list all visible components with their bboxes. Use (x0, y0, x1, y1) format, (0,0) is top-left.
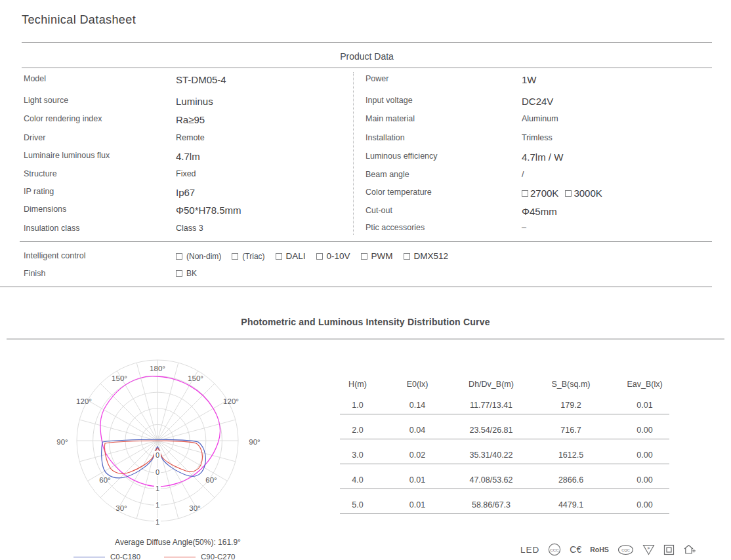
column-header: E0(lx) (384, 380, 451, 389)
photometric-table: H(m) E0(lx) Dh/Dv_B(m) S_B(sq.m) Eav_B(l… (331, 374, 679, 525)
rohs-label: RoHS (590, 546, 609, 553)
row-value: Aluminum (522, 114, 558, 123)
checkbox-icon[interactable] (276, 253, 282, 260)
datasheet-page: Techinical Datasheet Product Data Model … (0, 0, 731, 560)
svg-text:F: F (647, 546, 650, 550)
row-divider (340, 513, 669, 514)
column-header: Dh/Dv_B(m) (451, 380, 532, 389)
row-divider (340, 489, 669, 489)
row-label: Luminous efficiency (366, 151, 438, 161)
checkbox-icon[interactable] (232, 253, 238, 260)
cell: 0.01 (384, 500, 451, 510)
table-row: 3.0 0.02 35.31/40.22 1612.5 0.00 (331, 449, 679, 462)
control-options: (Non-dim) (Triac) DALI 0-10V PWM DMX512 (176, 251, 448, 261)
table-row: Cut-out Φ45mm (0, 206, 731, 220)
row-divider (340, 439, 669, 439)
option-label: DMX512 (414, 251, 449, 261)
row-label: Color temperature (366, 188, 432, 197)
cell: 0.01 (384, 475, 451, 485)
finish-row: Finish BK (0, 269, 731, 283)
control-option: (Triac) (232, 252, 264, 261)
row-label: Ptic accessories (366, 223, 425, 232)
legend-line-icon (73, 557, 105, 557)
checkbox-icon[interactable] (176, 253, 182, 260)
table-row: Power 1W (0, 74, 731, 89)
row-value: Trimless (522, 133, 553, 142)
checkbox-icon[interactable] (176, 270, 182, 277)
row-value: DC24V (522, 96, 553, 107)
chart-legend: C0-C180 C90-C270 (73, 553, 235, 560)
cqc-icon: CQC (617, 544, 634, 555)
table-row: Ptic accessories – (0, 223, 731, 237)
divider (22, 68, 712, 68)
cell: 0.00 (610, 426, 679, 435)
radial-tick-label: 1 (154, 518, 161, 526)
control-option: 0-10V (316, 251, 350, 261)
option-label: 2700K (530, 188, 558, 199)
page-title: Techinical Datasheet (22, 13, 136, 27)
row-label: Beam angle (366, 170, 409, 179)
color-temp-option: 3000K (565, 188, 602, 199)
row-label: Installation (366, 133, 405, 142)
row-label: Power (366, 74, 388, 83)
legend-line-icon (164, 557, 196, 557)
row-label: Main material (366, 114, 415, 123)
checkbox-icon[interactable] (565, 190, 572, 197)
angle-label: 150° (188, 374, 203, 382)
cell: 4.0 (331, 475, 384, 485)
checkbox-icon[interactable] (316, 253, 323, 260)
radial-tick-label: 1 (154, 485, 161, 492)
certification-marks: LED CCC C€ RoHS CQC F (520, 543, 696, 556)
cell: 2.0 (331, 426, 384, 435)
intelligent-control-row: Intelligent control (Non-dim) (Triac) DA… (0, 251, 731, 266)
cell: 716.7 (532, 426, 610, 435)
cell: 5.0 (331, 500, 384, 510)
row-value: – (522, 223, 526, 232)
row-divider (340, 414, 669, 414)
table-row: Color temperature 2700K3000K (0, 188, 731, 202)
checkbox-icon[interactable] (522, 190, 528, 197)
column-header: Eav_B(lx) (610, 380, 679, 389)
finish-option: BK (176, 269, 197, 278)
legend-item: C0-C180 (73, 553, 140, 560)
checkbox-icon[interactable] (361, 253, 367, 260)
ce-icon: C€ (570, 544, 581, 555)
divider (20, 241, 712, 242)
option-label: PWM (371, 251, 393, 261)
table-row: 1.0 0.14 11.77/13.41 179.2 0.01 (331, 399, 679, 412)
photometric-section-title: Photometric and Luminous Intensity Distr… (0, 317, 731, 327)
option-label: 3000K (574, 188, 602, 199)
cell: 23.54/26.81 (451, 426, 532, 435)
option-label: DALI (286, 251, 306, 261)
cell: 0.00 (610, 500, 679, 510)
row-value: Φ45mm (522, 206, 557, 217)
angle-label: 60° (99, 476, 110, 484)
cell: 0.02 (384, 450, 451, 460)
column-header: S_B(sq.m) (532, 380, 610, 389)
control-option: DALI (276, 251, 306, 261)
angle-label: 150° (112, 374, 127, 382)
row-label: Cut-out (366, 206, 392, 215)
angle-label: 90° (249, 438, 260, 446)
divider (22, 42, 712, 43)
checkbox-icon[interactable] (404, 253, 410, 260)
radial-tick-label: 1 (154, 501, 161, 509)
option-label: (Triac) (242, 252, 264, 261)
polar-intensity-chart: 180° 150° 150° 120° 120° 90° 90° 60° 60°… (52, 346, 262, 536)
row-label: Finish (24, 269, 45, 278)
angle-label: 30° (115, 504, 127, 512)
f-mark-icon: F (642, 544, 655, 555)
option-label: 0-10V (327, 251, 350, 261)
option-label: BK (186, 269, 197, 278)
cell: 3.0 (331, 450, 384, 460)
table-row: Luminous efficiency 4.7lm / W (0, 151, 731, 166)
column-header: H(m) (331, 380, 384, 389)
cell: 0.01 (610, 401, 679, 410)
product-data-section-title: Product Data (22, 51, 712, 62)
table-row: Beam angle / (0, 170, 731, 184)
cell: 58.86/67.3 (451, 500, 532, 510)
svg-text:CCC: CCC (551, 548, 560, 552)
table-row: Installation Trimless (0, 133, 731, 148)
cell: 179.2 (532, 401, 610, 410)
row-value: 1W (522, 74, 537, 85)
